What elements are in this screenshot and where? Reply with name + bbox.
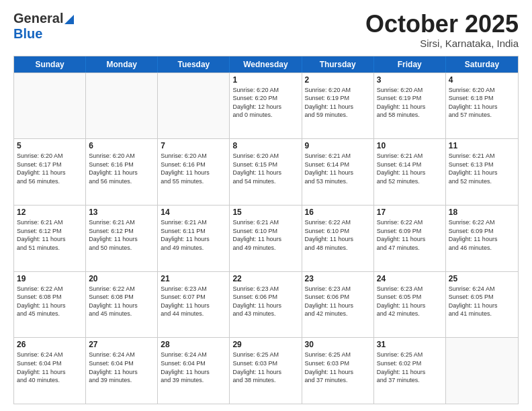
day-number: 23 (305, 274, 371, 283)
day-number: 1 (232, 75, 298, 85)
day-number: 22 (232, 274, 298, 283)
cal-cell-13: 13Sunrise: 6:21 AM Sunset: 6:12 PM Dayli… (86, 205, 158, 271)
header-thursday: Thursday (302, 56, 374, 73)
cal-cell-9: 9Sunrise: 6:21 AM Sunset: 6:14 PM Daylig… (302, 139, 374, 205)
day-number: 29 (232, 340, 298, 349)
day-number: 27 (89, 340, 154, 349)
day-number: 13 (89, 208, 154, 217)
cal-cell-23: 23Sunrise: 6:23 AM Sunset: 6:06 PM Dayli… (302, 272, 374, 338)
day-info: Sunrise: 6:21 AM Sunset: 6:12 PM Dayligh… (17, 218, 83, 252)
day-info: Sunrise: 6:25 AM Sunset: 6:03 PM Dayligh… (305, 351, 371, 384)
svg-marker-0 (64, 15, 74, 24)
header-monday: Monday (86, 56, 158, 73)
calendar-header: Sunday Monday Tuesday Wednesday Thursday… (14, 56, 518, 73)
day-number: 2 (305, 75, 371, 85)
day-number: 16 (305, 208, 371, 217)
day-info: Sunrise: 6:20 AM Sunset: 6:16 PM Dayligh… (161, 152, 226, 185)
logo: General Blue (13, 11, 74, 42)
cal-cell-16: 16Sunrise: 6:22 AM Sunset: 6:10 PM Dayli… (302, 205, 374, 271)
day-info: Sunrise: 6:23 AM Sunset: 6:06 PM Dayligh… (305, 285, 371, 318)
day-info: Sunrise: 6:23 AM Sunset: 6:06 PM Dayligh… (232, 285, 298, 318)
day-number: 3 (377, 75, 443, 85)
day-info: Sunrise: 6:23 AM Sunset: 6:05 PM Dayligh… (377, 285, 443, 318)
day-number: 28 (161, 340, 226, 349)
cal-cell-18: 18Sunrise: 6:22 AM Sunset: 6:09 PM Dayli… (446, 205, 518, 271)
day-info: Sunrise: 6:22 AM Sunset: 6:09 PM Dayligh… (449, 218, 515, 252)
day-number: 31 (377, 340, 443, 349)
cal-cell-10: 10Sunrise: 6:21 AM Sunset: 6:14 PM Dayli… (374, 139, 446, 205)
cal-cell-25: 25Sunrise: 6:24 AM Sunset: 6:05 PM Dayli… (446, 272, 518, 338)
header-sunday: Sunday (14, 56, 86, 73)
cal-cell-empty-0-0 (14, 73, 86, 139)
calendar: Sunday Monday Tuesday Wednesday Thursday… (13, 56, 519, 404)
logo-triangle-icon (64, 15, 74, 24)
cal-cell-7: 7Sunrise: 6:20 AM Sunset: 6:16 PM Daylig… (158, 139, 230, 205)
logo-general: General (13, 11, 63, 26)
day-number: 5 (17, 141, 83, 150)
calendar-body: 1Sunrise: 6:20 AM Sunset: 6:20 PM Daylig… (14, 73, 518, 404)
cal-cell-15: 15Sunrise: 6:21 AM Sunset: 6:10 PM Dayli… (230, 205, 302, 271)
cal-cell-11: 11Sunrise: 6:21 AM Sunset: 6:13 PM Dayli… (446, 139, 518, 205)
day-info: Sunrise: 6:20 AM Sunset: 6:16 PM Dayligh… (89, 152, 154, 185)
cal-cell-3: 3Sunrise: 6:20 AM Sunset: 6:19 PM Daylig… (374, 73, 446, 139)
day-number: 14 (161, 208, 226, 217)
cal-cell-19: 19Sunrise: 6:22 AM Sunset: 6:08 PM Dayli… (14, 272, 86, 338)
cal-cell-26: 26Sunrise: 6:24 AM Sunset: 6:04 PM Dayli… (14, 338, 86, 404)
cal-cell-27: 27Sunrise: 6:24 AM Sunset: 6:04 PM Dayli… (86, 338, 158, 404)
day-info: Sunrise: 6:24 AM Sunset: 6:04 PM Dayligh… (161, 351, 226, 384)
day-info: Sunrise: 6:23 AM Sunset: 6:07 PM Dayligh… (161, 285, 226, 318)
day-info: Sunrise: 6:25 AM Sunset: 6:02 PM Dayligh… (377, 351, 443, 384)
day-number: 17 (377, 208, 443, 217)
cal-cell-1: 1Sunrise: 6:20 AM Sunset: 6:20 PM Daylig… (230, 73, 302, 139)
day-info: Sunrise: 6:21 AM Sunset: 6:14 PM Dayligh… (377, 152, 443, 185)
day-number: 18 (449, 208, 515, 217)
day-number: 21 (161, 274, 226, 283)
day-info: Sunrise: 6:20 AM Sunset: 6:20 PM Dayligh… (232, 86, 298, 120)
cal-cell-empty-0-1 (86, 73, 158, 139)
day-info: Sunrise: 6:24 AM Sunset: 6:04 PM Dayligh… (89, 351, 154, 384)
cal-cell-28: 28Sunrise: 6:24 AM Sunset: 6:04 PM Dayli… (158, 338, 230, 404)
cal-cell-29: 29Sunrise: 6:25 AM Sunset: 6:03 PM Dayli… (230, 338, 302, 404)
cal-row-1: 5Sunrise: 6:20 AM Sunset: 6:17 PM Daylig… (14, 138, 518, 205)
day-info: Sunrise: 6:21 AM Sunset: 6:12 PM Dayligh… (89, 218, 154, 252)
day-info: Sunrise: 6:24 AM Sunset: 6:05 PM Dayligh… (449, 285, 515, 318)
header-saturday: Saturday (446, 56, 518, 73)
cal-cell-8: 8Sunrise: 6:20 AM Sunset: 6:15 PM Daylig… (230, 139, 302, 205)
cal-cell-24: 24Sunrise: 6:23 AM Sunset: 6:05 PM Dayli… (374, 272, 446, 338)
cal-cell-2: 2Sunrise: 6:20 AM Sunset: 6:19 PM Daylig… (302, 73, 374, 139)
cal-cell-12: 12Sunrise: 6:21 AM Sunset: 6:12 PM Dayli… (14, 205, 86, 271)
header-wednesday: Wednesday (230, 56, 302, 73)
day-info: Sunrise: 6:22 AM Sunset: 6:10 PM Dayligh… (305, 218, 371, 252)
header: General Blue October 2025 Sirsi, Karnata… (13, 11, 519, 49)
day-info: Sunrise: 6:20 AM Sunset: 6:19 PM Dayligh… (305, 86, 371, 120)
cal-cell-empty-0-2 (158, 73, 230, 139)
day-info: Sunrise: 6:20 AM Sunset: 6:15 PM Dayligh… (232, 152, 298, 185)
day-info: Sunrise: 6:21 AM Sunset: 6:11 PM Dayligh… (161, 218, 226, 252)
day-number: 26 (17, 340, 83, 349)
cal-cell-14: 14Sunrise: 6:21 AM Sunset: 6:11 PM Dayli… (158, 205, 230, 271)
cal-cell-17: 17Sunrise: 6:22 AM Sunset: 6:09 PM Dayli… (374, 205, 446, 271)
day-number: 15 (232, 208, 298, 217)
day-number: 24 (377, 274, 443, 283)
day-info: Sunrise: 6:20 AM Sunset: 6:18 PM Dayligh… (449, 86, 515, 120)
cal-row-4: 26Sunrise: 6:24 AM Sunset: 6:04 PM Dayli… (14, 337, 518, 404)
day-info: Sunrise: 6:25 AM Sunset: 6:03 PM Dayligh… (232, 351, 298, 384)
title-month: October 2025 (365, 11, 519, 38)
day-info: Sunrise: 6:21 AM Sunset: 6:13 PM Dayligh… (449, 152, 515, 185)
cal-cell-4: 4Sunrise: 6:20 AM Sunset: 6:18 PM Daylig… (446, 73, 518, 139)
day-number: 12 (17, 208, 83, 217)
day-number: 11 (449, 141, 515, 150)
cal-cell-31: 31Sunrise: 6:25 AM Sunset: 6:02 PM Dayli… (374, 338, 446, 404)
cal-cell-empty-4-6 (446, 338, 518, 404)
cal-cell-5: 5Sunrise: 6:20 AM Sunset: 6:17 PM Daylig… (14, 139, 86, 205)
day-number: 19 (17, 274, 83, 283)
cal-cell-20: 20Sunrise: 6:22 AM Sunset: 6:08 PM Dayli… (86, 272, 158, 338)
day-info: Sunrise: 6:20 AM Sunset: 6:19 PM Dayligh… (377, 86, 443, 120)
cal-row-2: 12Sunrise: 6:21 AM Sunset: 6:12 PM Dayli… (14, 205, 518, 271)
cal-cell-22: 22Sunrise: 6:23 AM Sunset: 6:06 PM Dayli… (230, 272, 302, 338)
day-info: Sunrise: 6:21 AM Sunset: 6:10 PM Dayligh… (232, 218, 298, 252)
day-number: 30 (305, 340, 371, 349)
day-number: 20 (89, 274, 154, 283)
cal-row-3: 19Sunrise: 6:22 AM Sunset: 6:08 PM Dayli… (14, 271, 518, 338)
day-number: 8 (232, 141, 298, 150)
